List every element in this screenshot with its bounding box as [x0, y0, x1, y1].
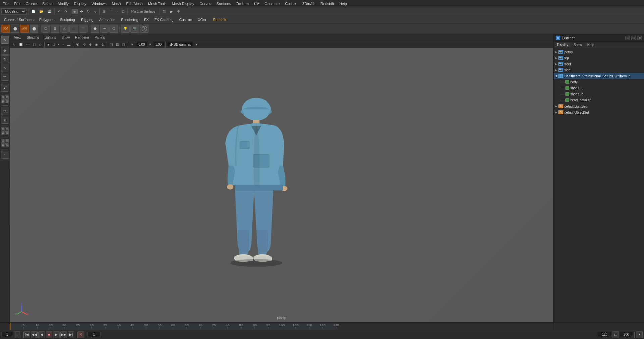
smooth-btn[interactable]: ⬡	[121, 42, 126, 47]
menu-edit[interactable]: Edit	[11, 1, 23, 6]
misc-btn3[interactable]: ▦	[1, 143, 5, 147]
move-tool-btn[interactable]: ✥	[78, 9, 85, 14]
anim-end-field[interactable]	[620, 332, 633, 337]
sel-mode-btn1[interactable]: ↖	[11, 42, 17, 47]
module-fx-caching[interactable]: FX Caching	[152, 17, 176, 22]
outliner-item-front[interactable]: ▶ 📷 front	[554, 61, 644, 67]
playback-end-step-btn[interactable]: □	[612, 331, 619, 338]
outliner-item-shoes2[interactable]: shoes_2	[554, 91, 644, 97]
ipr-render-btn[interactable]: ▶	[169, 9, 175, 14]
menu-file[interactable]: File	[0, 1, 11, 6]
outliner-item-body[interactable]: body	[554, 79, 644, 85]
vh-lighting[interactable]: Lighting	[42, 35, 58, 40]
select-tool-btn[interactable]: ◈	[72, 9, 78, 14]
tool-btn3[interactable]: ▦	[1, 131, 5, 135]
rotate-tool-btn[interactable]: ↻	[85, 9, 91, 14]
prev-frame-btn[interactable]: ◀◀	[31, 331, 38, 338]
vh-panels[interactable]: Panels	[93, 35, 107, 40]
cam-mode-btn4[interactable]: ◉	[94, 42, 99, 47]
outliner-item-objectset[interactable]: ▶ S defaultObjectSet	[554, 109, 644, 115]
cam-btn[interactable]: 📷	[130, 25, 139, 33]
magnet-btn[interactable]: ◎	[1, 116, 9, 124]
color-space-display[interactable]: sRGB gamma	[167, 42, 193, 47]
menu-redshift[interactable]: Redshift	[318, 1, 337, 6]
deform-btn3[interactable]: ⬠	[109, 25, 118, 33]
lightset-arrow[interactable]: ▶	[555, 105, 558, 108]
outliner-item-lightset[interactable]: ▶ S defaultLightSet	[554, 103, 644, 109]
outliner-tab-help[interactable]: Help	[585, 43, 596, 47]
extra-btn[interactable]: +	[1, 151, 9, 159]
sel-mode-btn4[interactable]: ◻	[32, 42, 37, 47]
menu-mesh-tools[interactable]: Mesh Tools	[145, 1, 169, 6]
go-start-btn[interactable]: |◀	[23, 331, 30, 338]
play-back-btn[interactable]: ◀	[38, 331, 45, 338]
snap-grid-btn[interactable]: ⊞	[101, 9, 107, 14]
new-file-btn[interactable]: 📄	[30, 9, 37, 14]
module-polygons[interactable]: Polygons	[36, 17, 57, 22]
outliner-item-side[interactable]: ▶ 📷 side	[554, 67, 644, 73]
cam-mode-btn3[interactable]: ⊕	[88, 42, 93, 47]
shade-mode-btn5[interactable]: ▬	[66, 42, 72, 47]
menu-deform[interactable]: Deform	[234, 1, 251, 6]
side-arrow[interactable]: ▶	[555, 68, 558, 72]
top-arrow[interactable]: ▶	[555, 56, 558, 60]
vh-show[interactable]: Show	[59, 35, 72, 40]
menu-select[interactable]: Select	[40, 1, 55, 6]
shade-mode-btn2[interactable]: □	[51, 42, 56, 47]
misc-btn4[interactable]: ▤	[5, 143, 9, 147]
scale-tool-lt[interactable]: ⤡	[1, 64, 9, 72]
module-redshift[interactable]: Redshift	[210, 17, 229, 22]
menu-curves[interactable]: Curves	[197, 1, 214, 6]
auto-key-btn[interactable]: K	[77, 331, 84, 338]
poly-btn[interactable]: ⬡	[41, 25, 50, 33]
gamma-value[interactable]: 1.00	[153, 42, 164, 47]
render-frame-btn[interactable]: 🎬	[161, 9, 168, 14]
color-space-dropdown-btn[interactable]: ▼	[194, 42, 200, 47]
paint-tool-lt[interactable]: 🖌	[1, 84, 9, 92]
shade-mode-btn4[interactable]: ▫	[61, 42, 65, 47]
cam-mode-btn2[interactable]: ⊹	[82, 42, 87, 47]
menu-3dtall[interactable]: ·3DtoAll·	[299, 1, 318, 6]
curve-btn[interactable]: ⌒	[79, 25, 88, 33]
menu-generate[interactable]: Generate	[262, 1, 282, 6]
shader-ipr-btn[interactable]: IPR	[20, 25, 29, 33]
vh-view[interactable]: View	[12, 35, 23, 40]
deform-btn2[interactable]: 〜	[100, 25, 109, 33]
snap-view-btn[interactable]: ⊡	[120, 9, 126, 14]
disp-btn3[interactable]: ▦	[1, 99, 5, 103]
healthcare-arrow[interactable]: ▼	[555, 74, 558, 78]
cam-mode-btn5[interactable]: ⊙	[100, 42, 105, 47]
menu-windows[interactable]: Windows	[89, 1, 109, 6]
stop-btn[interactable]: ■	[46, 331, 52, 338]
snap-point-btn[interactable]: ·	[115, 9, 119, 14]
disp-btn2[interactable]: ⊡	[5, 95, 9, 99]
next-frame-btn[interactable]: ▶▶	[60, 331, 67, 338]
module-curves-surfaces[interactable]: Curves / Surfaces	[1, 17, 36, 22]
disp-btn1[interactable]: ⊞	[1, 95, 5, 99]
outliner-item-persp[interactable]: ▶ 📷 persp	[554, 49, 644, 55]
misc-btn2[interactable]: ⊡	[5, 139, 9, 143]
tool-btn1[interactable]: ⊞	[1, 127, 5, 131]
menu-surfaces[interactable]: Surfaces	[214, 1, 234, 6]
vh-renderer[interactable]: Renderer	[73, 35, 91, 40]
sculpt-tool-lt[interactable]: ✏	[1, 73, 9, 81]
nurbs-btn[interactable]: △	[60, 25, 69, 33]
render-settings-btn[interactable]: ⚙	[175, 9, 182, 14]
shader-btn4[interactable]: ⬤	[30, 25, 38, 33]
vh-shading[interactable]: Shading	[25, 35, 41, 40]
open-file-btn[interactable]: 📂	[38, 9, 45, 14]
outliner-item-head-details[interactable]: head_details2	[554, 97, 644, 103]
deform-btn1[interactable]: ⬟	[91, 25, 99, 33]
outliner-maximize-btn[interactable]: □	[631, 36, 636, 40]
select-tool-lt[interactable]: ↖	[1, 36, 9, 44]
menu-mesh[interactable]: Mesh	[109, 1, 123, 6]
menu-help[interactable]: Help	[337, 1, 350, 6]
sel-mode-btn3[interactable]: ⋯	[25, 42, 31, 47]
timeline-scroll-down-btn[interactable]: ▼	[636, 331, 643, 338]
shader-btn2[interactable]: ⬤	[11, 25, 19, 33]
disp-btn4[interactable]: ▤	[5, 99, 9, 103]
play-fwd-btn[interactable]: ▶	[53, 331, 60, 338]
outliner-item-shoes1[interactable]: shoes_1	[554, 85, 644, 91]
outliner-minimize-btn[interactable]: ─	[625, 36, 630, 40]
outliner-tab-display[interactable]: Display	[555, 43, 570, 47]
